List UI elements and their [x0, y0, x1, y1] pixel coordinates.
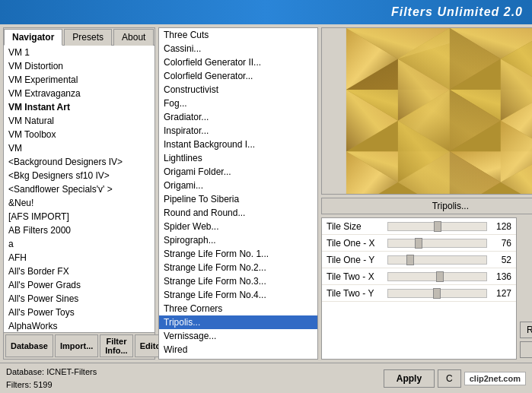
left-list-item[interactable]: All's Power Sines — [4, 292, 155, 306]
left-list-item[interactable]: AFH — [4, 251, 155, 265]
middle-list-item[interactable]: Origami... — [159, 179, 317, 192]
middle-list-item[interactable]: Colorfield Generator II... — [159, 55, 317, 69]
middle-list-item[interactable]: Strange Life Form No.2... — [159, 261, 317, 274]
preview-image — [322, 28, 532, 194]
content-area: Navigator Presets About VM 1VM Distortio… — [0, 24, 532, 363]
tab-about[interactable]: About — [113, 29, 154, 46]
tab-bar: Navigator Presets About — [4, 28, 155, 46]
reset-button[interactable]: Reset — [520, 341, 532, 358]
params-panel: Tile Size128Tile One - X76Tile One - Y52… — [321, 217, 517, 360]
tab-presets[interactable]: Presets — [64, 29, 112, 46]
left-list-item[interactable]: &Neu! — [4, 196, 155, 210]
status-info: Database: ICNET-Filters Filters: 5199 — [6, 366, 377, 391]
param-row: Tile One - X76 — [322, 235, 516, 252]
left-list-item[interactable]: VM Distortion — [4, 59, 155, 73]
middle-list-item[interactable]: Instant Background I... — [159, 138, 317, 151]
left-list-item[interactable]: VM Experimental — [4, 73, 155, 87]
left-list-item[interactable]: VM Extravaganza — [4, 87, 155, 100]
middle-list-item[interactable]: Colorfield Generator... — [159, 69, 317, 83]
apply-button[interactable]: Apply — [384, 369, 435, 388]
left-list-item[interactable]: <Background Designers IV> — [4, 155, 155, 169]
param-label: Tile Size — [327, 221, 387, 232]
middle-list-item[interactable]: Pipeline To Siberia — [159, 192, 317, 206]
left-list-item[interactable]: All's Power Toys — [4, 306, 155, 319]
database-label: Database: ICNET-Filters — [6, 366, 377, 379]
left-list-item[interactable]: VM Toolbox — [4, 128, 155, 141]
middle-list-item[interactable]: Tripolis... — [159, 315, 317, 329]
param-row: Tile Two - X136 — [322, 268, 516, 285]
preview-area — [321, 27, 532, 195]
middle-list-item[interactable]: Strange Life Form No.4... — [159, 288, 317, 302]
param-label: Tile Two - Y — [327, 288, 387, 299]
middle-list-item[interactable]: Cassini... — [159, 42, 317, 55]
left-list-item[interactable]: [AFS IMPORT] — [4, 210, 155, 223]
param-slider[interactable] — [387, 255, 487, 265]
database-button[interactable]: Database — [5, 334, 53, 357]
middle-list-item[interactable]: Spider Web... — [159, 220, 317, 233]
right-panel: Tripolis... Tile Size128Tile One - X76Ti… — [321, 27, 532, 360]
left-list-item[interactable]: AlphaWorks — [4, 319, 155, 332]
status-bar: Database: ICNET-Filters Filters: 5199 Ap… — [0, 363, 532, 393]
param-label: Tile Two - X — [327, 271, 387, 282]
left-list-item[interactable]: VM Instant Art — [4, 100, 155, 114]
middle-list-item[interactable]: Strange Life Form No. 1... — [159, 247, 317, 261]
main-container: Navigator Presets About VM 1VM Distortio… — [0, 24, 532, 393]
left-list-item[interactable]: All's Power Grads — [4, 278, 155, 292]
middle-panel: Three CutsCassini...Colorfield Generator… — [158, 27, 318, 360]
left-bottom-bar: Database Import... Filter Info... Editor… — [4, 332, 155, 359]
status-buttons: Apply C clip2net.com — [384, 369, 526, 388]
middle-list-item[interactable]: Spirograph... — [159, 233, 317, 247]
param-value: 52 — [487, 255, 511, 265]
left-list-item[interactable]: <Bkg Designers sf10 IV> — [4, 169, 155, 182]
param-row: Tile Two - Y127 — [322, 285, 516, 302]
param-slider[interactable] — [387, 239, 487, 248]
middle-list-item[interactable]: Strange Life Form No.3... — [159, 274, 317, 288]
middle-list-item[interactable]: Lightlines — [159, 151, 317, 165]
app-title: Filters Unlimited 2.0 — [391, 5, 523, 19]
param-row: Tile Size128 — [322, 218, 516, 235]
randomize-button[interactable]: Randomize — [520, 322, 532, 338]
param-value: 127 — [487, 288, 511, 299]
left-list-item[interactable]: VM — [4, 141, 155, 155]
logo-area: clip2net.com — [464, 372, 526, 385]
param-row: Tile One - Y52 — [322, 252, 516, 268]
left-list-item[interactable]: VM Natural — [4, 114, 155, 128]
left-list-item[interactable]: a — [4, 237, 155, 251]
import-button[interactable]: Import... — [55, 334, 98, 357]
left-list-item[interactable]: <Sandflower Specials'v' > — [4, 182, 155, 196]
title-bar: Filters Unlimited 2.0 — [0, 0, 532, 24]
param-label: Tile One - Y — [327, 255, 387, 265]
middle-list-item[interactable]: Round and Round... — [159, 206, 317, 220]
middle-list-item[interactable]: Fog... — [159, 97, 317, 110]
left-list-container[interactable]: VM 1VM DistortionVM ExperimentalVM Extra… — [4, 46, 155, 332]
tab-navigator[interactable]: Navigator — [4, 29, 62, 46]
param-slider[interactable] — [387, 272, 487, 281]
param-slider[interactable] — [387, 289, 487, 298]
left-list-item[interactable]: AB Filters 2000 — [4, 223, 155, 237]
cancel-button[interactable]: C — [438, 369, 461, 388]
logo-text: clip2net.com — [470, 374, 521, 383]
middle-list-item[interactable]: Vernissage... — [159, 329, 317, 343]
param-value: 76 — [487, 238, 511, 249]
middle-list-item[interactable]: Wired — [159, 343, 317, 357]
left-panel: Navigator Presets About VM 1VM Distortio… — [3, 27, 155, 360]
filter-name-bar: Tripolis... — [321, 198, 532, 214]
param-value: 136 — [487, 271, 511, 282]
middle-list-container[interactable]: Three CutsCassini...Colorfield Generator… — [159, 28, 317, 359]
filters-label: Filters: 5199 — [6, 379, 377, 391]
left-list-item[interactable]: VM 1 — [4, 46, 155, 59]
middle-list-item[interactable]: Three Corners — [159, 302, 317, 315]
middle-list-item[interactable]: Inspirator... — [159, 124, 317, 138]
middle-list-item[interactable]: Gradiator... — [159, 110, 317, 124]
param-value: 128 — [487, 221, 511, 232]
left-list-item[interactable]: All's Border FX — [4, 265, 155, 278]
middle-list-item[interactable]: Three Cuts — [159, 28, 317, 42]
param-slider[interactable] — [387, 222, 487, 231]
middle-list-item[interactable]: Constructivist — [159, 83, 317, 97]
middle-list-item[interactable]: Origami Folder... — [159, 165, 317, 179]
filter-info-button[interactable]: Filter Info... — [100, 334, 132, 357]
filter-name-label: Tripolis... — [432, 201, 469, 211]
param-label: Tile One - X — [327, 238, 387, 249]
